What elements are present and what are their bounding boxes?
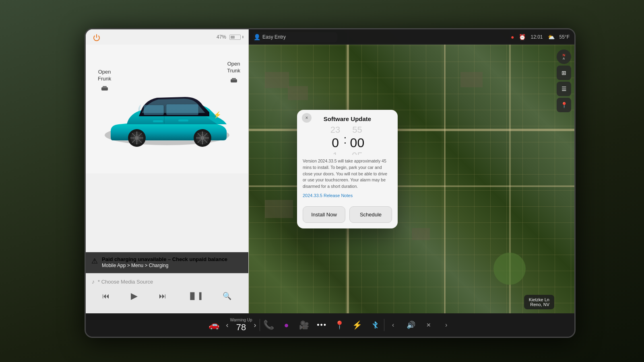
location-icon: 📍 — [561, 102, 568, 108]
energy-button[interactable]: ⚡ — [349, 316, 366, 334]
map-block-5 — [460, 72, 483, 87]
bluetooth-button[interactable] — [366, 316, 384, 334]
svg-rect-24 — [178, 119, 188, 121]
phone-button[interactable]: 📞 — [260, 316, 278, 334]
phone-icon: 📞 — [263, 320, 274, 330]
map-block-3 — [265, 200, 293, 218]
search-media-button[interactable]: 🔍 — [221, 290, 233, 302]
left-panel: 47% OpenFrunk — [86, 29, 249, 313]
minutes-current: 00 — [350, 135, 365, 150]
time-separator: : — [343, 133, 347, 146]
power-icon — [92, 33, 101, 42]
temp-value-label: 78 — [236, 322, 246, 333]
layers-button[interactable]: ⊞ — [557, 66, 571, 80]
svg-text:⚡: ⚡ — [213, 111, 221, 119]
battery-percent-label: 47% — [217, 34, 226, 40]
right-arrow-icon: › — [445, 321, 447, 329]
left-panel-status-bar: 47% — [86, 29, 248, 45]
tesla-screen: 47% OpenFrunk — [85, 28, 576, 338]
layers-icon: ⊞ — [561, 70, 566, 76]
map-park-area — [493, 253, 526, 285]
temp-right-arrow[interactable]: › — [254, 321, 256, 329]
update-description: Version 2024.33.5 will take approximatel… — [303, 158, 392, 190]
nav-icon: 📍 — [334, 320, 345, 330]
play-button[interactable]: ▶ — [129, 289, 140, 303]
volume-right-button[interactable]: › — [438, 316, 455, 334]
minutes-above: 55 — [352, 125, 362, 135]
svg-rect-23 — [153, 120, 163, 122]
battery-fill — [231, 36, 235, 39]
location-button[interactable]: 📍 — [557, 98, 571, 112]
temperature-control: ‹ Warming Up 78 › — [223, 318, 259, 333]
modal-title: Software Update — [324, 115, 371, 122]
schedule-button[interactable]: Schedule — [349, 206, 392, 223]
person-icon: 👤 — [254, 34, 260, 40]
car-illustration: ⚡ — [99, 69, 235, 157]
release-notes-link[interactable]: 2024.33.5 Release Notes — [303, 193, 353, 198]
nav-button[interactable]: 📍 — [331, 316, 349, 334]
map-block-2 — [288, 86, 308, 100]
close-icon: × — [305, 115, 308, 121]
volume-left-button[interactable]: ‹ — [384, 316, 402, 334]
alarm-icon: ⏰ — [519, 34, 526, 40]
media-button[interactable]: ● — [278, 316, 295, 334]
time-picker[interactable]: 23 0 1 : 55 00 05 — [297, 125, 398, 156]
map-location-label: Kietzke Ln Reno, NV — [524, 295, 554, 309]
eq-button[interactable]: ▐▌▐ — [186, 290, 203, 302]
temp-status-label: Warming Up — [230, 318, 252, 322]
svg-rect-5 — [144, 105, 164, 115]
music-note-icon: ♪ — [92, 278, 95, 285]
camera-button[interactable]: 🎥 — [295, 316, 313, 334]
status-right-section: ● ⏰ 12:01 ⛅ 55°F — [511, 34, 570, 40]
taskbar: 🚗 ‹ Warming Up 78 › 📞 ● 🎥 ••• — [86, 313, 574, 337]
map-road-v2 — [444, 29, 446, 313]
modal-header: × Software Update — [297, 110, 398, 125]
power-button[interactable] — [91, 32, 103, 44]
hours-current: 0 — [332, 135, 339, 150]
svg-rect-6 — [166, 104, 198, 115]
minutes-below: 05 — [352, 150, 363, 154]
bluetooth-icon — [371, 321, 380, 329]
energy-icon: ⚡ — [352, 320, 362, 330]
volume-button[interactable]: 🔊 — [402, 316, 420, 334]
mute-button[interactable]: ✕ — [420, 316, 438, 334]
warning-icon: ⚠ — [91, 257, 98, 265]
modal-body: Version 2024.33.5 will take approximatel… — [297, 156, 398, 203]
media-source-label[interactable]: * Choose Media Source — [98, 279, 153, 285]
battery-bar — [229, 35, 241, 40]
more-apps-button[interactable]: ••• — [313, 316, 331, 334]
battery-tip — [242, 36, 244, 38]
charging-warning: ⚠ Paid charging unavailable – Check unpa… — [86, 252, 248, 273]
hours-above: 23 — [330, 125, 340, 135]
map-block-1 — [265, 72, 289, 88]
car-visualization: OpenFrunk OpenTrunk — [86, 45, 248, 173]
easy-entry-label: Easy Entry — [262, 34, 286, 40]
next-track-button[interactable]: ⏭ — [157, 290, 168, 302]
warning-subtitle: Mobile App > Menu > Charging — [102, 262, 227, 269]
media-taskbar-icon: ● — [284, 321, 289, 330]
media-source-row: ♪ * Choose Media Source — [86, 274, 248, 287]
temp-left-arrow[interactable]: ‹ — [226, 321, 228, 329]
list-view-button[interactable]: ☰ — [557, 82, 571, 96]
compass-button[interactable]: N A — [557, 49, 571, 64]
minutes-column[interactable]: 55 00 05 — [350, 125, 365, 155]
compass-label: N A — [563, 53, 566, 60]
warning-message: Paid charging unavailable – Check unpaid… — [102, 256, 227, 269]
warning-title: Paid charging unavailable – Check unpaid… — [102, 256, 227, 262]
map-controls: N A ⊞ ☰ 📍 — [557, 49, 571, 112]
car-icon: 🚗 — [208, 320, 219, 330]
hours-column[interactable]: 23 0 1 — [330, 125, 340, 155]
map-street: Kietzke Ln — [529, 297, 549, 302]
weather-icon: ⛅ — [548, 34, 555, 40]
prev-track-button[interactable]: ⏮ — [100, 290, 111, 302]
camera-icon: 🎥 — [299, 320, 309, 330]
media-player: ♪ * Choose Media Source ⏮ ▶ ⏭ ▐▌▐ 🔍 — [86, 273, 248, 313]
map-block-4 — [412, 228, 430, 240]
car-taskbar-button[interactable]: 🚗 — [205, 316, 223, 334]
install-now-button[interactable]: Install Now — [303, 206, 345, 223]
modal-close-button[interactable]: × — [302, 113, 312, 123]
list-icon: ☰ — [561, 86, 567, 92]
easy-entry-section: 👤 Easy Entry — [254, 34, 286, 40]
mute-icon: ✕ — [426, 322, 431, 328]
screen-status-bar: 👤 Easy Entry ● ⏰ 12:01 ⛅ 55°F — [249, 29, 574, 45]
